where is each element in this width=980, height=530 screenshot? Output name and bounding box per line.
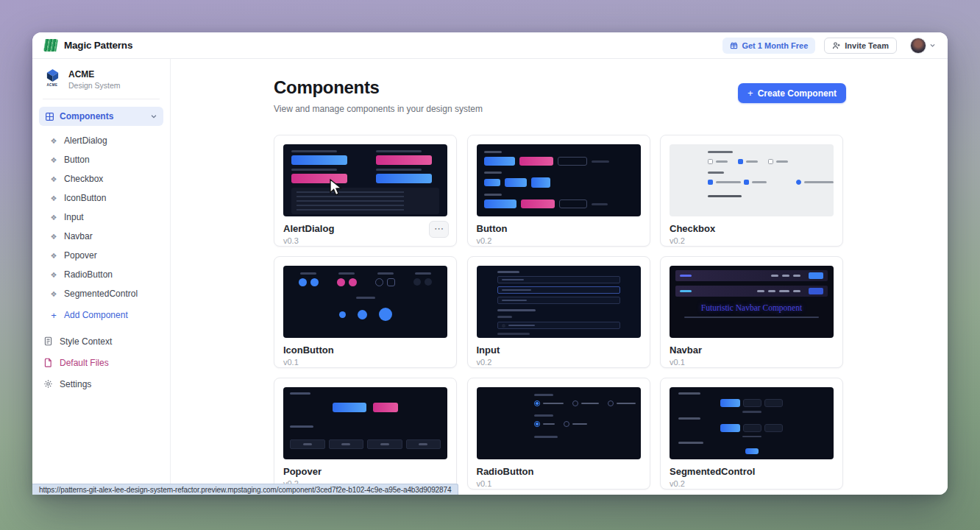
card-name: IconButton bbox=[283, 344, 447, 356]
component-card-popover[interactable]: Popover v0.2 bbox=[274, 378, 457, 490]
component-thumbnail[interactable] bbox=[283, 144, 447, 216]
component-thumbnail[interactable] bbox=[477, 266, 641, 338]
create-component-label: Create Component bbox=[758, 88, 837, 99]
card-menu-button[interactable]: ⋯ bbox=[429, 221, 449, 238]
thumbnail-art: Futuristic Navbar Component bbox=[675, 270, 828, 318]
sidebar-item-segmentedcontrol[interactable]: ❖SegmentedControl bbox=[32, 284, 170, 303]
thumbnail-art bbox=[291, 150, 439, 183]
sidebar-item-settings[interactable]: Settings bbox=[32, 373, 170, 395]
sidebar-item-iconbutton[interactable]: ❖IconButton bbox=[32, 188, 170, 208]
component-thumbnail[interactable] bbox=[477, 387, 641, 459]
sidebar-item-input[interactable]: ❖Input bbox=[32, 208, 170, 227]
card-version: v0.1 bbox=[283, 358, 447, 367]
add-component-label: Add Component bbox=[64, 310, 128, 320]
thumbnail-art bbox=[289, 272, 441, 321]
topbar: Magic Patterns Get 1 Month Free Invite T… bbox=[32, 32, 948, 59]
sidebar-tools: Style Context Default Files Settings bbox=[32, 331, 170, 395]
account-menu[interactable] bbox=[910, 38, 936, 54]
card-name: AlertDialog bbox=[283, 223, 447, 234]
card-name: Checkbox bbox=[670, 223, 834, 234]
chevron-down-icon bbox=[150, 113, 157, 120]
thumbnail-art bbox=[290, 392, 441, 449]
grid-icon bbox=[45, 112, 54, 121]
card-version: v0.2 bbox=[477, 358, 641, 367]
component-thumbnail[interactable] bbox=[670, 387, 834, 459]
card-name: SegmentedControl bbox=[670, 466, 834, 477]
component-icon: ❖ bbox=[49, 290, 58, 298]
gear-icon bbox=[43, 379, 53, 389]
component-card-navbar[interactable]: Futuristic Navbar Component Navbar v0.1 bbox=[660, 256, 843, 368]
sidebar: ACME ACME Design System Components ❖Aler… bbox=[32, 59, 171, 495]
create-component-button[interactable]: + Create Component bbox=[738, 83, 846, 103]
card-version: v0.2 bbox=[670, 479, 834, 488]
component-icon: ❖ bbox=[49, 271, 58, 279]
sidebar-item-radiobutton[interactable]: ❖RadioButton bbox=[32, 265, 170, 284]
card-version: v0.1 bbox=[477, 479, 641, 488]
component-thumbnail[interactable] bbox=[477, 144, 641, 216]
sidebar-item-alertdialog[interactable]: ❖AlertDialog bbox=[32, 131, 170, 150]
sidebar-item-checkbox[interactable]: ❖Checkbox bbox=[32, 169, 170, 188]
brand[interactable]: Magic Patterns bbox=[32, 39, 171, 52]
chevron-down-icon bbox=[929, 42, 936, 49]
workspace-switcher[interactable]: ACME ACME Design System bbox=[32, 68, 170, 91]
tool-label: Settings bbox=[60, 379, 91, 389]
add-component-button[interactable]: + Add Component bbox=[32, 305, 170, 325]
thumbnail-art bbox=[484, 151, 633, 208]
card-version: v0.3 bbox=[283, 236, 447, 245]
sidebar-item-style-context[interactable]: Style Context bbox=[32, 331, 170, 352]
component-icon: ❖ bbox=[49, 213, 58, 222]
component-thumbnail[interactable] bbox=[670, 144, 834, 216]
card-name: RadioButton bbox=[477, 466, 641, 477]
card-name: Popover bbox=[283, 466, 447, 477]
item-label: SegmentedControl bbox=[64, 289, 138, 299]
component-thumbnail[interactable] bbox=[283, 266, 447, 338]
brand-name: Magic Patterns bbox=[64, 40, 132, 51]
component-card-radiobutton[interactable]: RadioButton v0.1 bbox=[467, 378, 650, 490]
card-version: v0.2 bbox=[670, 236, 834, 245]
sidebar-item-button[interactable]: ❖Button bbox=[32, 150, 170, 169]
item-label: Input bbox=[64, 212, 84, 222]
item-label: AlertDialog bbox=[64, 135, 107, 146]
thumbnail-headline: Futuristic Navbar Component bbox=[675, 303, 828, 312]
component-icon: ❖ bbox=[49, 194, 58, 202]
acme-logo-label: ACME bbox=[46, 83, 57, 87]
magic-patterns-logo-icon bbox=[43, 39, 58, 52]
sidebar-item-default-files[interactable]: Default Files bbox=[32, 352, 170, 373]
component-card-button[interactable]: Button v0.2 bbox=[467, 135, 650, 247]
thumbnail-art bbox=[708, 151, 834, 197]
file-icon bbox=[43, 358, 53, 367]
component-card-iconbutton[interactable]: IconButton v0.1 bbox=[274, 256, 457, 368]
item-label: Checkbox bbox=[64, 174, 103, 184]
sidebar-item-components[interactable]: Components bbox=[39, 107, 163, 126]
document-icon bbox=[43, 336, 53, 346]
component-icon: ❖ bbox=[49, 233, 58, 241]
component-card-checkbox[interactable]: Checkbox v0.2 bbox=[660, 135, 843, 247]
card-version: v0.1 bbox=[670, 358, 834, 367]
invite-team-button[interactable]: Invite Team bbox=[824, 38, 897, 54]
workspace-name: ACME bbox=[68, 69, 121, 80]
component-thumbnail[interactable]: Futuristic Navbar Component bbox=[670, 266, 834, 338]
tool-label: Style Context bbox=[60, 336, 112, 347]
plus-icon: + bbox=[49, 310, 58, 321]
component-card-input[interactable]: Input v0.2 bbox=[467, 256, 650, 368]
item-label: IconButton bbox=[64, 193, 106, 203]
promo-label: Get 1 Month Free bbox=[742, 41, 808, 50]
thumbnail-code-block bbox=[291, 188, 439, 214]
card-name: Input bbox=[477, 344, 641, 356]
component-thumbnail[interactable] bbox=[283, 387, 447, 459]
component-card-alertdialog[interactable]: AlertDialog v0.3 ⋯ bbox=[274, 135, 457, 247]
get-month-free-button[interactable]: Get 1 Month Free bbox=[722, 38, 815, 54]
component-icon: ❖ bbox=[49, 137, 58, 145]
sidebar-item-popover[interactable]: ❖Popover bbox=[32, 246, 170, 265]
link-preview-url: https://patterns-git-alex-lee-design-sys… bbox=[39, 486, 451, 494]
card-name: Navbar bbox=[670, 344, 834, 356]
link-preview-statusbar: https://patterns-git-alex-lee-design-sys… bbox=[32, 484, 458, 495]
item-label: RadioButton bbox=[64, 269, 113, 280]
sidebar-divider bbox=[43, 99, 160, 99]
gift-icon bbox=[730, 41, 738, 49]
thumbnail-art bbox=[534, 394, 641, 438]
component-card-segmentedcontrol[interactable]: SegmentedControl v0.2 bbox=[660, 378, 843, 490]
workspace-subtitle: Design System bbox=[68, 81, 121, 90]
avatar bbox=[910, 38, 926, 54]
sidebar-item-navbar[interactable]: ❖Navbar bbox=[32, 227, 170, 246]
